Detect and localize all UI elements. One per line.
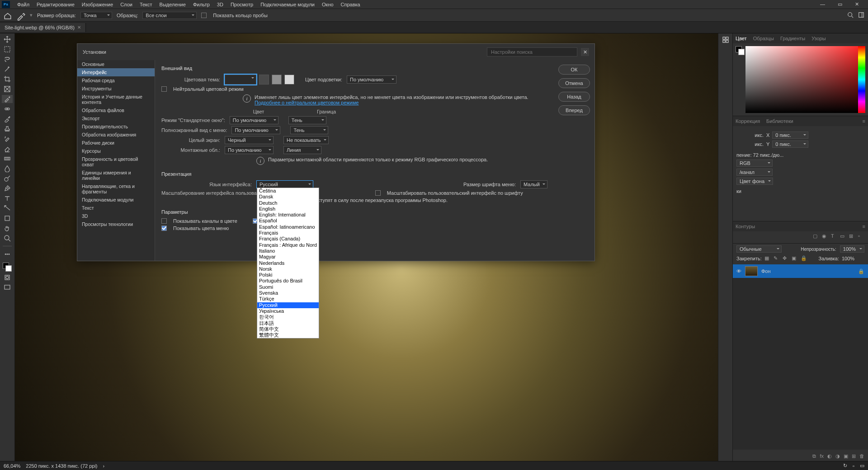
sidebar-item[interactable]: Курсоры (77, 147, 155, 155)
hand-tool[interactable] (2, 224, 13, 232)
menu-item[interactable]: Просмотр (227, 2, 257, 7)
group-icon[interactable]: ▣ (844, 453, 848, 459)
close-tab-icon[interactable]: ✕ (77, 25, 81, 30)
sidebar-item[interactable]: Производительность (77, 122, 155, 131)
trash-icon[interactable]: 🗑 (859, 453, 864, 459)
language-option[interactable]: Svenska (257, 290, 319, 296)
chevron-right-icon[interactable]: › (103, 463, 105, 469)
tab-gradients[interactable]: Градиенты (780, 36, 805, 41)
cancel-button[interactable]: Отмена (558, 78, 590, 88)
scale-font-checkbox[interactable] (375, 190, 381, 196)
bits-select[interactable]: /канал (736, 169, 773, 176)
mask-icon[interactable]: ▢ (813, 233, 819, 240)
highlight-select[interactable]: По умолчанию (347, 75, 396, 84)
pen-tool[interactable] (2, 184, 13, 193)
workspace-icon[interactable] (858, 12, 864, 19)
new-icon[interactable]: ⊞ (852, 453, 856, 459)
zoom-level[interactable]: 66,04% (4, 463, 20, 469)
opacity-field[interactable]: 100% (840, 245, 864, 253)
status-icon[interactable]: ▫ (853, 463, 854, 469)
menu-item[interactable]: Слои (117, 2, 136, 7)
tab-paths[interactable]: Контуры (736, 224, 755, 229)
border-select[interactable]: Тень (288, 116, 326, 124)
language-option[interactable]: English (257, 206, 319, 212)
sample-size-select[interactable]: Точка (80, 12, 112, 19)
status-icon[interactable]: ▭ (860, 463, 864, 469)
sidebar-item[interactable]: Основные (77, 60, 155, 68)
shape-tool[interactable] (2, 214, 13, 222)
frame-icon[interactable]: ⊞ (849, 233, 855, 240)
fontsize-select[interactable]: Малый (520, 180, 547, 188)
search-icon[interactable] (847, 12, 854, 19)
zoom-tool[interactable] (2, 234, 13, 242)
info-link[interactable]: Подробнее о нейтральном цветовом режиме (255, 100, 528, 105)
sidebar-item[interactable]: Обработка файлов (77, 106, 155, 114)
theme-swatch-light[interactable] (284, 75, 294, 85)
color-select[interactable]: По умолчанию (231, 126, 280, 134)
language-option[interactable]: Français (257, 230, 319, 236)
visibility-icon[interactable]: 👁 (736, 268, 741, 274)
dodge-tool[interactable] (2, 174, 13, 183)
fill-select[interactable]: Цвет фона (736, 178, 773, 185)
language-option[interactable]: Polski (257, 272, 319, 278)
adjust-icon[interactable]: ◑ (835, 453, 840, 459)
menu-colors-checkbox[interactable] (161, 226, 167, 231)
mode-select[interactable]: RGB (736, 160, 773, 167)
shape-icon[interactable]: ▭ (840, 233, 846, 240)
show-ring-checkbox[interactable] (201, 13, 207, 18)
panel-menu-icon[interactable]: ≡ (863, 118, 865, 124)
sidebar-item[interactable]: Прозрачность и цветовой охват (77, 155, 155, 169)
language-option[interactable]: Türkçe (257, 296, 319, 302)
menu-item[interactable]: Фильтр (189, 2, 213, 7)
close-icon[interactable]: ✕ (581, 48, 589, 56)
y-field[interactable]: 0 пикс. (772, 141, 808, 148)
menu-item[interactable]: Файл (14, 2, 33, 7)
language-option[interactable]: Suomi (257, 284, 319, 290)
language-option[interactable]: Italiano (257, 248, 319, 254)
sidebar-item[interactable]: Рабочая среда (77, 76, 155, 85)
menu-item[interactable]: Окно (318, 2, 337, 7)
language-option[interactable]: Español: latinoamericano (257, 224, 319, 230)
wand-tool[interactable] (2, 65, 13, 73)
panel-menu-icon[interactable]: ≡ (863, 224, 865, 229)
x-field[interactable]: 0 пикс. (772, 132, 808, 139)
language-option[interactable]: 한국어 (257, 314, 319, 320)
menu-item[interactable]: Подключаемые модули (257, 2, 318, 7)
path-tool[interactable] (2, 204, 13, 212)
theme-swatch-darkest[interactable] (225, 75, 256, 85)
sidebar-item[interactable]: Единицы измерения и линейки (77, 169, 155, 182)
color-select[interactable]: По умолчанию (230, 116, 278, 124)
sidebar-item[interactable]: Экспорт (77, 114, 155, 122)
blend-mode-select[interactable]: Обычные (736, 245, 782, 253)
fx-icon[interactable]: fx (820, 453, 824, 459)
color-select[interactable]: По умолчанию (225, 146, 274, 154)
language-option[interactable]: Nederlands (257, 260, 319, 266)
border-select[interactable]: Линия (283, 146, 321, 154)
fill-field[interactable]: 100% (842, 256, 864, 261)
tab-adjust[interactable]: Коррекция (736, 118, 760, 124)
blur-tool[interactable] (2, 164, 13, 173)
theme-swatch-medium[interactable] (272, 75, 282, 85)
sidebar-item[interactable]: Текст (77, 204, 155, 212)
channels-checkbox[interactable] (161, 218, 167, 224)
border-select[interactable]: Не показывать (283, 136, 329, 144)
frame-tool[interactable] (2, 85, 13, 93)
lasso-tool[interactable] (2, 55, 13, 63)
sidebar-item[interactable]: Просмотры технологии (77, 220, 155, 228)
forward-button[interactable]: Вперед (558, 105, 590, 115)
language-option[interactable]: Español (257, 218, 319, 224)
border-select[interactable]: Тень (290, 126, 328, 134)
sidebar-item[interactable]: Обработка изображения (77, 131, 155, 139)
back-button[interactable]: Назад (558, 92, 590, 102)
theme-swatch-dark[interactable] (259, 75, 269, 85)
language-option[interactable]: 简体中文 (257, 326, 319, 332)
sidebar-item[interactable]: Подключаемые модули (77, 196, 155, 204)
language-option[interactable]: Português do Brasil (257, 278, 319, 284)
lock-trans-icon[interactable]: ▦ (764, 255, 771, 262)
lock-nest-icon[interactable]: ▣ (792, 255, 798, 262)
language-option[interactable]: English: International (257, 212, 319, 218)
neutral-checkbox[interactable] (161, 86, 167, 92)
stamp-tool[interactable] (2, 125, 13, 133)
language-option[interactable]: Magyar (257, 254, 319, 260)
history-brush-tool[interactable] (2, 135, 13, 143)
